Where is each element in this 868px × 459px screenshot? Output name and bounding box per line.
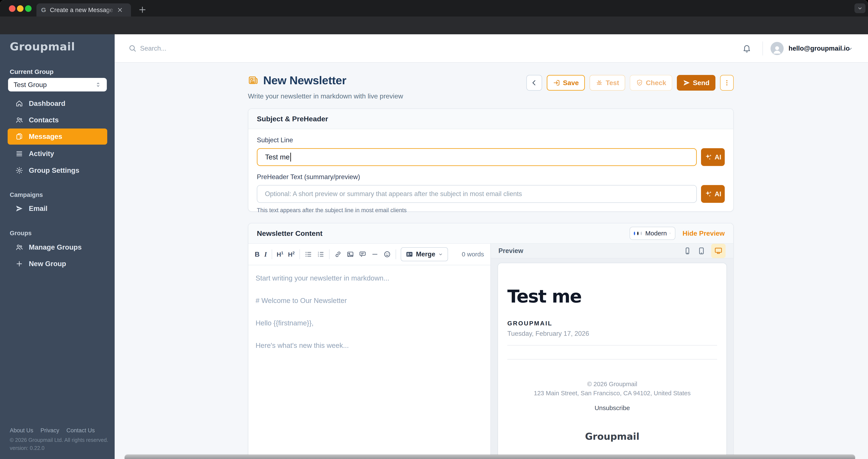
editor-column: B I H1 H2 bbox=[248, 244, 490, 459]
editor-toolbar: B I H1 H2 bbox=[248, 244, 490, 265]
sidebar-item-contacts[interactable]: Contacts bbox=[8, 112, 107, 128]
window-bottom-bar bbox=[125, 455, 855, 459]
image-icon[interactable] bbox=[346, 251, 354, 258]
sidebar: Groupmail Current Group Test Group Dashb… bbox=[0, 34, 115, 459]
theme-select-value: Modern bbox=[645, 230, 667, 237]
users-icon bbox=[15, 243, 23, 251]
heading2-button[interactable]: H2 bbox=[288, 251, 295, 258]
bullet-list-icon[interactable] bbox=[305, 251, 312, 258]
campaigns-section-label: Campaigns bbox=[10, 191, 43, 198]
tab-favicon: G bbox=[41, 6, 46, 13]
sidebar-item-manage-groups[interactable]: Manage Groups bbox=[8, 239, 107, 255]
monitor-icon bbox=[714, 247, 723, 255]
subject-card-header: Subject & PreHeader bbox=[248, 109, 733, 129]
check-button[interactable]: Check bbox=[630, 75, 672, 91]
browser-tab[interactable]: G Create a new Message | Groupmail bbox=[36, 3, 131, 17]
sidebar-item-email[interactable]: Email bbox=[8, 200, 107, 217]
test-button-label: Test bbox=[606, 79, 619, 87]
editor-placeholder-line: Here's what's new this week... bbox=[255, 341, 483, 350]
paper-plane-icon bbox=[683, 79, 690, 87]
macos-zoom-button[interactable] bbox=[25, 5, 32, 12]
bold-button[interactable]: B bbox=[255, 251, 259, 258]
save-button[interactable]: Save bbox=[547, 75, 585, 91]
heading1-button[interactable]: H1 bbox=[277, 251, 283, 258]
preview-footer-copyright: © 2026 Groupmail bbox=[507, 381, 717, 388]
account-email[interactable]: hello@groupmail.io bbox=[788, 34, 850, 63]
hide-preview-link[interactable]: Hide Preview bbox=[683, 230, 725, 237]
preview-divider bbox=[507, 359, 717, 360]
link-icon[interactable] bbox=[334, 251, 342, 258]
phone-preview-icon[interactable] bbox=[683, 247, 692, 255]
sidebar-item-group-settings[interactable]: Group Settings bbox=[8, 162, 107, 178]
macos-minimize-button[interactable] bbox=[17, 5, 24, 12]
test-button[interactable]: Test bbox=[590, 75, 625, 91]
bell-icon[interactable] bbox=[742, 44, 751, 53]
privacy-link[interactable]: Privacy bbox=[40, 427, 59, 434]
ai-button-label: AI bbox=[715, 190, 721, 198]
horizontal-rule-icon[interactable] bbox=[371, 251, 379, 258]
group-select[interactable]: Test Group bbox=[8, 78, 107, 92]
emoji-icon[interactable] bbox=[383, 251, 391, 258]
sidebar-footer-links: About Us Privacy Contact Us bbox=[10, 427, 95, 434]
unsubscribe-link[interactable]: Unsubscribe bbox=[507, 404, 717, 412]
markdown-editor[interactable]: Start writing your newsletter in markdow… bbox=[248, 265, 490, 459]
word-count: 0 words bbox=[462, 251, 484, 258]
screen: G Create a new Message | Groupmail nemo.… bbox=[0, 0, 868, 459]
groups-section-label: Groups bbox=[10, 230, 32, 237]
send-button[interactable]: Send bbox=[677, 75, 715, 91]
macos-close-button[interactable] bbox=[9, 5, 16, 12]
desktop-preview-button[interactable] bbox=[711, 244, 725, 258]
back-button[interactable] bbox=[526, 75, 542, 91]
theme-dot-dark bbox=[637, 232, 639, 235]
search-input[interactable] bbox=[140, 41, 394, 56]
kebab-menu-icon bbox=[723, 79, 731, 87]
toolbar-divider bbox=[329, 250, 330, 259]
sidebar-item-label: Contacts bbox=[29, 116, 59, 124]
more-actions-button[interactable] bbox=[720, 75, 734, 91]
tab-search-button[interactable] bbox=[855, 3, 865, 13]
sidebar-item-new-group[interactable]: New Group bbox=[8, 256, 107, 272]
newsletter-content-card: Newsletter Content Modern Hide Preview B… bbox=[248, 223, 734, 459]
tab-close-icon[interactable] bbox=[116, 6, 124, 13]
preview-date: Tuesday, February 17, 2026 bbox=[507, 330, 717, 337]
sidebar-item-activity[interactable]: Activity bbox=[8, 146, 107, 162]
shield-check-icon bbox=[636, 79, 643, 87]
chevron-updown-icon bbox=[669, 230, 671, 236]
tablet-preview-icon[interactable] bbox=[697, 247, 706, 255]
sidebar-item-dashboard[interactable]: Dashboard bbox=[8, 96, 107, 111]
subject-input-value: Test me bbox=[265, 153, 290, 161]
avatar[interactable] bbox=[771, 42, 784, 55]
search-icon bbox=[128, 44, 137, 53]
home-icon bbox=[15, 99, 23, 107]
toolbar-divider bbox=[272, 250, 272, 259]
sidebar-item-label: Dashboard bbox=[29, 99, 65, 107]
ordered-list-icon[interactable] bbox=[317, 251, 324, 258]
preheader-ai-button[interactable]: AI bbox=[701, 185, 725, 203]
toolbar-divider bbox=[396, 250, 396, 259]
contact-us-link[interactable]: Contact Us bbox=[66, 427, 95, 434]
italic-button[interactable]: I bbox=[264, 251, 267, 258]
subject-ai-button[interactable]: AI bbox=[701, 148, 725, 166]
preheader-input[interactable] bbox=[257, 185, 697, 203]
sidebar-item-label: Email bbox=[29, 204, 48, 212]
newspaper-icon bbox=[248, 75, 258, 86]
quote-bubble-icon[interactable] bbox=[359, 251, 366, 258]
send-button-label: Send bbox=[693, 79, 710, 87]
subject-input[interactable]: Test me bbox=[257, 148, 697, 166]
pages-icon bbox=[15, 133, 23, 140]
save-icon bbox=[553, 79, 560, 87]
editor-placeholder-line: Start writing your newsletter in markdow… bbox=[255, 274, 483, 282]
new-tab-icon[interactable] bbox=[138, 5, 147, 14]
sidebar-item-messages[interactable]: Messages bbox=[8, 129, 107, 144]
bug-icon bbox=[595, 79, 603, 87]
group-select-value: Test Group bbox=[13, 81, 47, 89]
preview-column: Preview Test me GROUPMAIL bbox=[490, 244, 733, 459]
about-us-link[interactable]: About Us bbox=[10, 427, 33, 434]
app-logo[interactable]: Groupmail bbox=[10, 40, 75, 53]
current-group-label: Current Group bbox=[10, 68, 54, 75]
save-button-label: Save bbox=[563, 79, 579, 87]
theme-dot-gray bbox=[641, 232, 642, 235]
merge-button[interactable]: Merge bbox=[401, 247, 448, 261]
account-chevron-icon[interactable] bbox=[846, 45, 854, 52]
theme-select[interactable]: Modern bbox=[629, 227, 675, 240]
